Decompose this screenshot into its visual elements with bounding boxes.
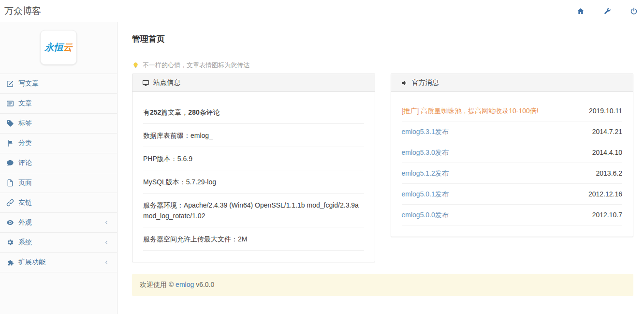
news-link[interactable]: emlog5.1.2发布 [402,169,449,178]
info-row: 服务器环境：Apache/2.4.39 (Win64) OpenSSL/1.1.… [143,194,364,227]
info-label: 数据库表前缀： [143,132,190,139]
sidebar-item-links[interactable]: 友链 [0,193,117,213]
stats-row: 有252篇文章，280条评论 [143,101,364,124]
sidebar-item-label: 友链 [18,198,32,207]
comment-icon [6,159,14,167]
news-link[interactable]: emlog5.0.0发布 [402,211,449,219]
news-item: emlog5.0.0发布 2012.10.7 [402,205,623,225]
chevron-left-icon [103,259,109,265]
app-title: 万众博客 [4,5,41,17]
sidebar: 永恒云 写文章 文章 标签 [0,22,117,314]
desktop-icon [142,79,149,87]
news-header: 官方消息 [391,74,633,92]
gear-icon [6,239,14,246]
info-row: PHP版本：5.6.9 [143,147,364,170]
sidebar-item-pages[interactable]: 页面 [0,173,117,193]
news-item: emlog5.1.2发布 2013.6.2 [402,163,623,184]
info-value: emlog_ [190,132,213,139]
topbar-icons [576,7,639,15]
logo-text: 永恒云 [45,41,73,54]
sidebar-item-categories[interactable]: 分类 [0,134,117,153]
comment-count: 280 [188,108,199,116]
news-item: emlog5.3.1发布 2014.7.21 [402,121,623,142]
info-value: 5.6.9 [177,155,192,163]
footer-notice: 欢迎使用 © emlog v6.0.0 [132,274,633,296]
info-row: 服务器空间允许上传最大文件：2M [143,227,364,251]
news-card: 官方消息 [推广] 高质量蜘蛛池，提高网站收录10-100倍! 2019.10.… [391,74,634,237]
sidebar-item-label: 扩展功能 [18,258,45,267]
site-info-header: 站点信息 [132,74,375,92]
link-icon [6,199,14,207]
info-label: 服务器空间允许上传最大文件： [143,235,238,243]
info-row: MySQL版本：5.7.29-log [143,170,364,194]
article-count: 252 [150,108,161,116]
news-date: 2012.10.7 [592,211,622,219]
sidebar-item-label: 评论 [18,159,32,167]
info-label: MySQL版本： [143,178,186,186]
tag-icon [6,120,14,127]
eye-icon [6,219,14,226]
sidebar-item-label: 标签 [18,119,32,128]
home-icon[interactable] [576,7,585,15]
tip-text: 不一样的心情，文章表情图标为您传达 [143,61,249,70]
sidebar-item-extensions[interactable]: 扩展功能 [0,253,117,272]
news-link[interactable]: emlog5.3.1发布 [402,128,449,136]
tip-bar: 不一样的心情，文章表情图标为您传达 [132,61,633,70]
info-value: 2M [238,235,247,243]
file-icon [6,179,14,187]
news-item: emlog5.3.0发布 2014.4.10 [402,142,623,163]
news-date: 2012.12.16 [588,190,622,198]
puzzle-icon [6,258,14,266]
power-icon[interactable] [629,7,638,15]
sidebar-item-system[interactable]: 系统 [0,233,117,253]
site-logo: 永恒云 [40,30,77,65]
topbar: 万众博客 [0,0,644,22]
news-date: 2014.4.10 [592,149,622,157]
bulb-icon [132,62,139,69]
info-row: 数据库表前缀：emlog_ [143,124,364,147]
news-link[interactable]: emlog5.3.0发布 [402,149,449,157]
sidebar-item-label: 写文章 [18,79,39,88]
wrench-icon[interactable] [603,7,612,15]
sidebar-item-label: 系统 [18,238,32,247]
sidebar-item-label: 文章 [18,99,32,108]
sidebar-item-label: 页面 [18,179,32,187]
sidebar-menu: 写文章 文章 标签 分类 [0,74,117,272]
sidebar-item-appearance[interactable]: 外观 [0,213,117,233]
news-date: 2014.7.21 [592,128,622,136]
main-content: 管理首页 不一样的心情，文章表情图标为您传达 站点信息 有252篇文章，280条… [117,22,644,314]
news-date: 2019.10.11 [589,107,622,115]
sidebar-item-label: 外观 [18,218,32,227]
info-value: 5.7.29-log [186,178,216,186]
news-item: emlog5.0.1发布 2012.12.16 [402,184,623,205]
sidebar-item-tags[interactable]: 标签 [0,114,117,134]
sidebar-item-label: 分类 [18,139,32,148]
emlog-link[interactable]: emlog [176,281,194,288]
news-link[interactable]: [推广] 高质量蜘蛛池，提高网站收录10-100倍! [402,107,539,115]
page-title: 管理首页 [132,33,633,45]
sidebar-item-articles[interactable]: 文章 [0,94,117,114]
info-label: 服务器环境： [143,201,184,209]
chevron-left-icon [103,239,109,245]
sidebar-item-comments[interactable]: 评论 [0,153,117,173]
flag-icon [6,139,14,147]
chevron-left-icon [103,220,109,225]
news-link[interactable]: emlog5.0.1发布 [402,190,449,198]
edit-icon [6,80,14,88]
speaker-icon [401,79,408,87]
list-icon [6,100,14,107]
site-info-card: 站点信息 有252篇文章，280条评论 数据库表前缀：emlog_ PHP版本：… [132,74,375,262]
info-label: PHP版本： [143,155,177,163]
news-date: 2013.6.2 [596,169,623,178]
site-info-title: 站点信息 [153,78,180,87]
news-title: 官方消息 [412,78,439,87]
sidebar-item-write-post[interactable]: 写文章 [0,74,117,94]
news-item: [推广] 高质量蜘蛛池，提高网站收录10-100倍! 2019.10.11 [402,101,623,121]
